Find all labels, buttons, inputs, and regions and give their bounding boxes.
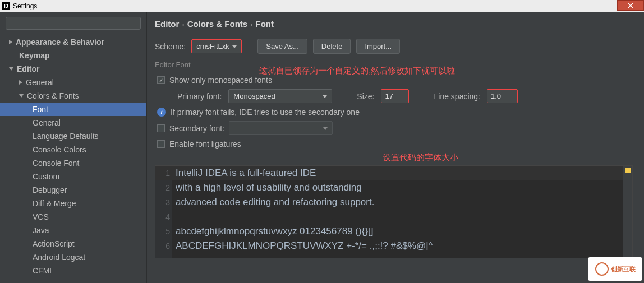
sidebar: Q Appearance & Behavior Keymap Editor Ge… — [0, 12, 147, 283]
caret-down-icon — [232, 45, 237, 48]
primary-font-label: Primary font: — [177, 92, 222, 101]
breadcrumb: Editor›Colors & Fonts›Font — [155, 19, 633, 29]
preview-line: 3advanced code editing and refactoring s… — [155, 195, 632, 210]
preview-editor[interactable]: 1IntelliJ IDEA is a full-featured IDE 2w… — [155, 165, 633, 258]
tree-keymap[interactable]: Keymap — [0, 49, 146, 62]
tree-font[interactable]: Font — [0, 103, 146, 116]
tree-item[interactable]: CFML — [0, 264, 146, 277]
titlebar: IJ Settings — [0, 0, 644, 12]
line-spacing-input[interactable] — [487, 89, 518, 103]
tree-item[interactable]: Custom — [0, 170, 146, 183]
chevron-right-icon — [9, 40, 12, 44]
tree-general[interactable]: General — [0, 76, 146, 89]
search-input[interactable] — [6, 17, 141, 30]
settings-tree: Appearance & Behavior Keymap Editor Gene… — [0, 35, 146, 283]
main: Q Appearance & Behavior Keymap Editor Ge… — [0, 12, 644, 283]
size-label: Size: — [357, 92, 374, 101]
tree-item[interactable]: ActionScript — [0, 237, 146, 250]
ligatures-checkbox[interactable] — [157, 140, 165, 148]
tree-item[interactable]: Java — [0, 224, 146, 237]
preview-line: 1IntelliJ IDEA is a full-featured IDE — [155, 166, 632, 180]
info-icon: i — [157, 108, 166, 117]
preview-line: 4 — [155, 210, 632, 224]
save-as-button[interactable]: Save As... — [257, 39, 307, 54]
tree-appearance[interactable]: Appearance & Behavior — [0, 35, 146, 49]
show-monospaced-checkbox[interactable] — [157, 76, 165, 84]
app-icon: IJ — [2, 2, 10, 10]
close-button[interactable] — [617, 0, 644, 11]
warning-marker — [625, 168, 631, 173]
scheme-select[interactable]: cmsFitLxk — [191, 39, 242, 53]
secondary-font-checkbox[interactable] — [157, 124, 165, 132]
secondary-font-row: Secondary font: — [155, 121, 633, 135]
caret-down-icon — [323, 127, 328, 130]
tree-colors-fonts[interactable]: Colors & Fonts — [0, 89, 146, 103]
tree-item[interactable]: VCS — [0, 210, 146, 224]
primary-font-row: Primary font: Monospaced Size: Line spac… — [177, 89, 633, 103]
fallback-info-row: i If primary font fails, IDE tries to us… — [155, 108, 633, 117]
preview-line: 5abcdefghijklmnopqrstuvwxyz 0123456789 (… — [155, 224, 632, 239]
watermark-logo: 创新互联 — [588, 257, 642, 281]
tree-editor[interactable]: Editor — [0, 62, 146, 76]
close-icon — [628, 3, 633, 8]
line-spacing-label: Line spacing: — [434, 92, 480, 101]
annotation-text: 这就自已领存为一个自定义的,然后修改如下就可以啦 — [259, 66, 455, 76]
chevron-right-icon — [19, 80, 22, 85]
tree-item[interactable]: Debugger — [0, 183, 146, 197]
scrollbar[interactable] — [623, 166, 632, 258]
size-input[interactable] — [381, 89, 409, 103]
chevron-down-icon — [19, 94, 24, 98]
tree-item[interactable]: Language Defaults — [0, 129, 146, 143]
secondary-font-label: Secondary font: — [169, 124, 224, 133]
primary-font-select[interactable]: Monospaced — [228, 89, 332, 103]
chevron-down-icon — [9, 67, 13, 71]
delete-button[interactable]: Delete — [313, 39, 351, 54]
annotation-text: 设置代码的字体大小 — [383, 152, 458, 163]
import-button[interactable]: Import... — [356, 39, 400, 54]
scheme-label: Scheme: — [155, 42, 186, 51]
content-panel: Editor›Colors & Fonts›Font Scheme: cmsFi… — [147, 12, 644, 283]
show-monospaced-row[interactable]: Show only monospaced fonts — [155, 76, 633, 85]
secondary-font-select[interactable] — [229, 121, 333, 135]
tree-item[interactable]: General — [0, 116, 146, 129]
tree-item[interactable]: Android Logcat — [0, 250, 146, 264]
preview-line: 2with a high level of usability and outs… — [155, 180, 632, 195]
preview-line: 6ABCDEFGHIJKLMNOPQRSTUVWXYZ +-*/= .,;:!?… — [155, 239, 632, 253]
scheme-row: Scheme: cmsFitLxk Save As... Delete Impo… — [155, 39, 633, 54]
ligatures-row[interactable]: Enable font ligatures — [155, 140, 633, 149]
window-title: Settings — [13, 2, 37, 10]
tree-item[interactable]: Console Font — [0, 156, 146, 170]
tree-item[interactable]: Console Colors — [0, 143, 146, 156]
caret-down-icon — [323, 95, 327, 98]
tree-item[interactable]: Diff & Merge — [0, 197, 146, 210]
